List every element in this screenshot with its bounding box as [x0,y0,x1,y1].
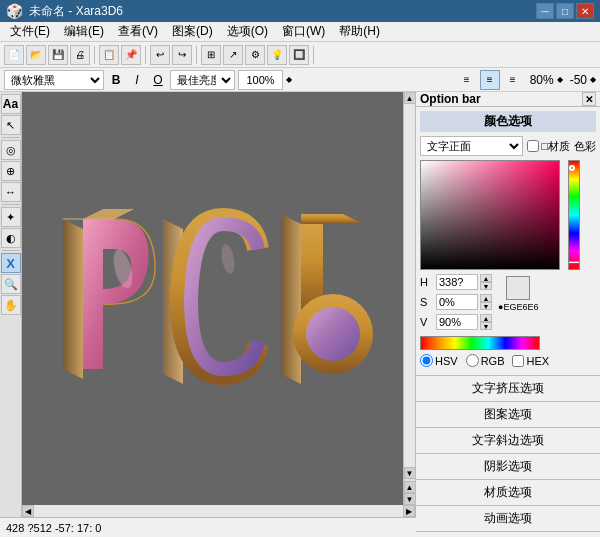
minimize-button[interactable]: ─ [536,3,554,19]
export-button[interactable]: ↗ [223,45,243,65]
h-spinner[interactable]: ▲ ▼ [480,274,492,290]
hsv-radio-label[interactable]: HSV [420,354,458,367]
animation-button[interactable]: 动画选项 [416,506,600,532]
maximize-button[interactable]: □ [556,3,574,19]
font-family-select[interactable]: 微软雅黑 [4,70,104,90]
paste-button[interactable]: 📌 [121,45,141,65]
copy-button[interactable]: 📋 [99,45,119,65]
tool-move[interactable]: ⊕ [1,161,21,181]
tool-color[interactable]: ◐ [1,228,21,248]
settings-button[interactable]: ⚙ [245,45,265,65]
s-spin-dn[interactable]: ▼ [480,302,492,310]
v-spin-dn[interactable]: ▼ [480,322,492,330]
undo-button[interactable]: ↩ [150,45,170,65]
offset-label: -50 [570,73,587,87]
tool-separator-3 [2,250,20,251]
v-spin-up[interactable]: ▲ [480,314,492,322]
horizontal-scrollbar[interactable]: ◀ ▶ [22,505,415,517]
tool-select[interactable]: ↖ [1,115,21,135]
tool-zoom[interactable]: 🔍 [1,274,21,294]
hex-area: ●EGE6E6 [498,274,538,312]
color-swatch[interactable] [506,276,530,300]
h-label: H [420,276,434,288]
option-bar-close[interactable]: ✕ [582,92,596,106]
menu-help[interactable]: 帮助(H) [333,22,386,41]
scroll-track-h[interactable] [34,505,403,517]
scroll-down-button[interactable]: ▼ [404,467,416,479]
zoom-label: 80% [530,73,554,87]
render-button[interactable]: 🔲 [289,45,309,65]
toolbar-separator-4 [313,46,314,64]
hue-slider-canvas[interactable] [568,160,580,270]
scroll-left-button[interactable]: ◀ [22,505,34,517]
menu-view[interactable]: 查看(V) [112,22,164,41]
menu-bar: 文件(E) 编辑(E) 查看(V) 图案(D) 选项(O) 窗口(W) 帮助(H… [0,22,600,42]
hex-checkbox[interactable] [512,355,524,367]
close-button[interactable]: ✕ [576,3,594,19]
scroll-right-button[interactable]: ▶ [403,505,415,517]
hex-checkbox-label[interactable]: HEX [512,355,549,367]
canvas-content [22,92,403,505]
menu-edit[interactable]: 编辑(E) [58,22,110,41]
tool-text[interactable]: Aa [1,94,21,114]
new-button[interactable]: 📄 [4,45,24,65]
align-center-button[interactable]: ≡ [480,70,500,90]
menu-options[interactable]: 选项(O) [221,22,274,41]
option-bar-title: Option bar [420,92,481,106]
h-input[interactable] [436,274,478,290]
redo-button[interactable]: ↪ [172,45,192,65]
material-checkbox[interactable] [527,140,539,152]
tool-scale[interactable]: ↔ [1,182,21,202]
s-input[interactable] [436,294,478,310]
scroll-track-v[interactable] [404,104,416,467]
rgb-radio[interactable] [466,354,479,367]
face-select[interactable]: 文字正面 [420,136,523,156]
menu-file[interactable]: 文件(E) [4,22,56,41]
s-spinner[interactable]: ▲ ▼ [480,294,492,310]
tool-light[interactable]: ✦ [1,207,21,227]
spectrum-row [420,336,596,350]
material-checkbox-label[interactable]: □材质 [527,139,570,154]
font-size-select[interactable]: 最佳亮度 [170,70,235,90]
scroll-adjust-up[interactable]: ▲ [404,481,416,493]
tool-separator-1 [2,137,20,138]
scroll-up-button[interactable]: ▲ [404,92,416,104]
s-spin-up[interactable]: ▲ [480,294,492,302]
open-button[interactable]: 📂 [26,45,46,65]
print-button[interactable]: 🖨 [70,45,90,65]
shadow-button[interactable]: 阴影选项 [416,454,600,480]
h-spin-up[interactable]: ▲ [480,274,492,282]
text-bevel-button[interactable]: 文字斜边选项 [416,428,600,454]
color-gradient-canvas[interactable] [420,160,560,270]
menu-pattern[interactable]: 图案(D) [166,22,219,41]
scroll-adjust-dn[interactable]: ▼ [404,493,416,505]
bold-button[interactable]: B [107,71,125,89]
tool-pan[interactable]: ✋ [1,295,21,315]
hsv-radio[interactable] [420,354,433,367]
hex-checkbox-text: HEX [526,355,549,367]
vertical-scrollbar[interactable]: ▲ ▼ ▲ ▼ [403,92,415,505]
v-input[interactable] [436,314,478,330]
pattern-button[interactable]: 图案选项 [416,402,600,428]
material-button[interactable]: 材质选项 [416,480,600,506]
align-left-button[interactable]: ≡ [457,70,477,90]
light-button[interactable]: 💡 [267,45,287,65]
save-button[interactable]: 💾 [48,45,68,65]
italic-button[interactable]: I [128,71,146,89]
text-extrude-button[interactable]: 文字挤压选项 [416,376,600,402]
font-scale-box: 100% [238,70,283,90]
v-spinner[interactable]: ▲ ▼ [480,314,492,330]
align-button[interactable]: ⊞ [201,45,221,65]
tool-xara[interactable]: X [1,253,21,273]
color-picker-area[interactable] [420,160,580,270]
spectrum-bar[interactable] [420,336,540,350]
h-spin-dn[interactable]: ▼ [480,282,492,290]
tool-orbit[interactable]: ◎ [1,140,21,160]
align-right-button[interactable]: ≡ [503,70,523,90]
color-checkbox-label[interactable]: 色彩 [574,139,596,154]
menu-window[interactable]: 窗口(W) [276,22,331,41]
rgb-radio-label[interactable]: RGB [466,354,505,367]
toolbar-separator-1 [94,46,95,64]
canvas-area[interactable] [22,92,403,505]
underline-button[interactable]: O [149,71,167,89]
